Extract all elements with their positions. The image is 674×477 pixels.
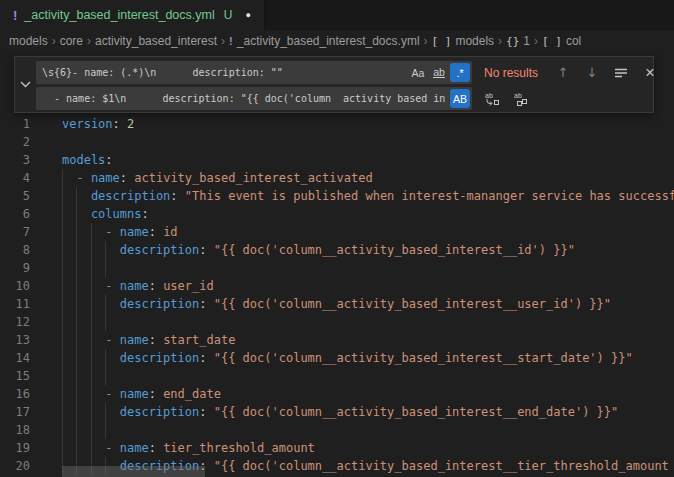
tab-filename: _activity_based_interest_docs.yml: [24, 8, 214, 22]
breadcrumb-item[interactable]: models: [9, 34, 48, 48]
code-token: description: [120, 403, 199, 421]
indent-guide: [76, 403, 90, 421]
indent-guide: [76, 313, 90, 331]
code-line[interactable]: 14description: "{{ doc('column__activity…: [0, 349, 674, 367]
line-number: 5: [0, 187, 30, 205]
breadcrumb-separator: ›: [221, 34, 225, 48]
indent-guide: [62, 169, 76, 187]
yaml-file-icon: !: [229, 35, 233, 47]
breadcrumb-item[interactable]: [ ]col: [542, 34, 581, 48]
previous-match-button[interactable]: ↑: [552, 62, 574, 84]
line-number: 14: [0, 349, 30, 367]
code-line[interactable]: 9: [0, 259, 674, 277]
indent-guide: [62, 241, 76, 259]
whole-word-button[interactable]: ab: [429, 63, 449, 82]
code-line[interactable]: 6columns:: [0, 205, 674, 223]
array-symbol-icon: [ ]: [432, 35, 452, 48]
code-pane: 1version: 223models:4- name: activity_ba…: [0, 52, 674, 475]
code-line[interactable]: 11description: "{{ doc('column__activity…: [0, 295, 674, 313]
toggle-replace-button[interactable]: [15, 57, 36, 112]
code-line[interactable]: 17description: "{{ doc('column__activity…: [0, 403, 674, 421]
line-number: 12: [0, 313, 30, 331]
indent-guide: [91, 223, 105, 241]
line-number: 16: [0, 385, 30, 403]
code-token: start_date: [156, 331, 235, 349]
replace-text: - name: $1\n description: "{{ doc('colum…: [42, 93, 449, 104]
code-content: description: "{{ doc('column__activity_b…: [62, 403, 618, 421]
code-line[interactable]: 18: [0, 421, 674, 439]
code-line[interactable]: 16- name: end_date: [0, 385, 674, 403]
indent-guide: [91, 349, 105, 367]
preserve-case-button[interactable]: AB: [450, 89, 470, 108]
indent-guide: [62, 349, 76, 367]
code-token: description: [120, 241, 199, 259]
indent-guide: [76, 277, 90, 295]
close-find-button[interactable]: ×: [639, 62, 661, 84]
code-token: :: [199, 295, 206, 313]
code-token: :: [141, 205, 148, 223]
breadcrumb-item[interactable]: [ ]models: [432, 34, 495, 48]
indent-guide: [76, 205, 90, 223]
find-results-status: No results: [484, 66, 538, 80]
replace-button[interactable]: ab: [481, 88, 503, 110]
code-content: columns:: [62, 205, 149, 223]
code-content: - name: tier_threshold_amount: [62, 439, 315, 457]
breadcrumb-label: models: [9, 34, 48, 48]
code-token: :: [149, 277, 156, 295]
line-number: 10: [0, 277, 30, 295]
code-line[interactable]: 5description: "This event is published w…: [0, 187, 674, 205]
code-line[interactable]: 2: [0, 133, 674, 151]
code-content: [62, 367, 120, 385]
indent-guide: [91, 259, 105, 277]
code-line[interactable]: 13- name: start_date: [0, 331, 674, 349]
indent-guide: [91, 403, 105, 421]
breadcrumb-separator: ›: [87, 34, 91, 48]
code-token: - name: [105, 439, 148, 457]
indent-guide: [62, 439, 76, 457]
code-line[interactable]: 7- name: id: [0, 223, 674, 241]
breadcrumb-item[interactable]: core: [60, 34, 83, 48]
code-token: columns: [91, 205, 142, 223]
next-match-button[interactable]: ↓: [581, 62, 603, 84]
code-line[interactable]: 10- name: user_id: [0, 277, 674, 295]
code-line[interactable]: 4- name: activity_based_interest_activat…: [0, 169, 674, 187]
dirty-indicator-dot[interactable]: ●: [245, 10, 250, 20]
match-case-button[interactable]: Aa: [408, 63, 428, 82]
code-token: :: [149, 223, 156, 241]
code-token: description: [91, 187, 170, 205]
code-token: - name: [105, 277, 148, 295]
code-content: description: "{{ doc('column__activity_b…: [62, 295, 611, 313]
editor-tab[interactable]: ! _activity_based_interest_docs.yml U ●: [0, 0, 265, 30]
find-input[interactable]: \s{6}- name: (.*)\n description: "" Aa a…: [36, 61, 472, 84]
indent-guide: [76, 367, 90, 385]
code-line[interactable]: 1version: 2: [0, 115, 674, 133]
breadcrumb-label: 1: [523, 34, 530, 48]
breadcrumb-label: _activity_based_interest_docs.yml: [237, 34, 420, 48]
breadcrumb-item[interactable]: activity_based_interest: [95, 34, 217, 48]
code-line[interactable]: 15: [0, 367, 674, 385]
code-line[interactable]: 8description: "{{ doc('column__activity_…: [0, 241, 674, 259]
code-content: - name: id: [62, 223, 178, 241]
indent-guide: [62, 385, 76, 403]
line-number: 9: [0, 259, 30, 277]
horizontal-scrollbar[interactable]: [62, 466, 205, 477]
find-in-selection-button[interactable]: [610, 62, 632, 84]
code-token: tier_threshold_amount: [156, 439, 315, 457]
replace-all-button[interactable]: ab: [510, 88, 532, 110]
code-line[interactable]: 3models:: [0, 151, 674, 169]
line-number: 11: [0, 295, 30, 313]
breadcrumb-item[interactable]: {}1: [506, 34, 530, 48]
regex-button[interactable]: .*: [450, 63, 470, 82]
indent-guide: [76, 331, 90, 349]
code-token: user_id: [156, 277, 214, 295]
replace-input[interactable]: - name: $1\n description: "{{ doc('colum…: [36, 87, 472, 110]
code-line[interactable]: 19- name: tier_threshold_amount: [0, 439, 674, 457]
line-number: 19: [0, 439, 30, 457]
indent-guide: [91, 277, 105, 295]
breadcrumb-item[interactable]: !_activity_based_interest_docs.yml: [229, 34, 419, 48]
indent-guide: [62, 223, 76, 241]
line-number: 1: [0, 115, 30, 133]
code-token: 2: [120, 115, 134, 133]
code-line[interactable]: 12: [0, 313, 674, 331]
code-token: "{{ doc('column__activity_based_interest…: [206, 295, 611, 313]
